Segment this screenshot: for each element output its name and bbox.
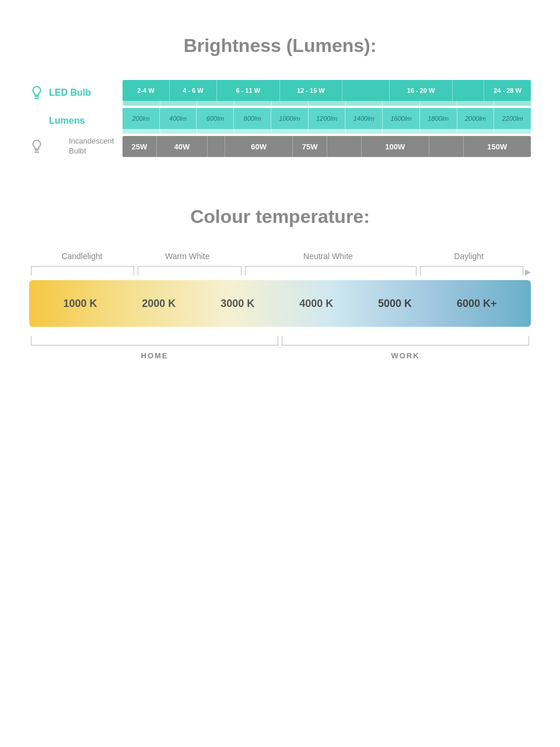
lumens-row: Lumens 200lm 400lm 600lm 800lm 1000lm 12… (29, 108, 531, 134)
lumen-1400: 1400lm (345, 108, 382, 129)
brightness-title: Brightness (Lumens): (29, 35, 531, 57)
watt-seg-2: 4 - 6 W (169, 80, 216, 101)
led-label-container: LED Bulb (29, 85, 123, 100)
kelvin-6000: 6000 K+ (457, 298, 497, 310)
inc-empty1 (207, 136, 225, 157)
color-temp-title: Colour temperature: (29, 206, 531, 228)
watt-seg-4: 12 - 15 W (279, 80, 342, 101)
color-temp-section: Colour temperature: Candlelight Warm Whi… (29, 206, 531, 361)
lumen-1800: 1800lm (419, 108, 457, 129)
kelvin-labels: 1000 K 2000 K 3000 K 4000 K 5000 K 6000 … (29, 298, 531, 310)
kelvin-4000: 4000 K (299, 298, 333, 310)
brightness-chart: LED Bulb 2-4 W 4 - 6 W 6 - 11 W 12 - 15 … (29, 80, 531, 159)
incandescent-bulb-icon (29, 139, 44, 154)
watt-seg-5 (342, 80, 389, 101)
inc-empty2 (327, 136, 361, 157)
lumens-label-container: Lumens (29, 116, 123, 126)
led-bar: 2-4 W 4 - 6 W 6 - 11 W 12 - 15 W 16 - 20… (123, 80, 531, 101)
kelvin-1000: 1000 K (63, 298, 97, 310)
label-warm-white: Warm White (135, 251, 240, 261)
label-neutral-white: Neutral White (240, 251, 416, 261)
kelvin-2000: 2000 K (142, 298, 176, 310)
inc-empty3 (429, 136, 463, 157)
incandescent-label-text: IncandescentBulbt (49, 137, 114, 156)
color-temp-gradient-bar: 1000 K 2000 K 3000 K 4000 K 5000 K 6000 … (29, 280, 531, 327)
home-label: HOME (29, 350, 280, 361)
lumen-2000: 2000lm (457, 108, 494, 129)
brightness-section: Brightness (Lumens): LED Bulb 2-4 W 4 - … (29, 35, 531, 159)
incandescent-label-container: IncandescentBulbt (29, 137, 123, 156)
led-bar-area: 2-4 W 4 - 6 W 6 - 11 W 12 - 15 W 16 - 20… (123, 80, 531, 106)
kelvin-3000: 3000 K (220, 298, 254, 310)
lumen-1000: 1000lm (271, 108, 308, 129)
inc-150w: 150W (463, 136, 531, 157)
inc-75w: 75W (292, 136, 327, 157)
home-work-labels-row: HOME WORK (29, 350, 531, 361)
lumen-800: 800lm (233, 108, 271, 129)
label-daylight: Daylight (416, 251, 522, 261)
lumen-1200: 1200lm (308, 108, 345, 129)
top-brackets-row (29, 263, 531, 275)
color-temp-top-labels: Candlelight Warm White Neutral White Day… (29, 251, 531, 261)
lumen-1600: 1600lm (382, 108, 419, 129)
lumen-200: 200lm (123, 108, 159, 129)
incandescent-bar-area: 25W 40W 60W 75W 100W 150W (123, 136, 531, 157)
watt-seg-6: 16 - 20 W (389, 80, 452, 101)
watt-seg-3: 6 - 11 W (216, 80, 279, 101)
label-candlelight: Candlelight (29, 251, 135, 261)
lumens-bar-area: 200lm 400lm 600lm 800lm 1000lm 1200lm 14… (123, 108, 531, 134)
watt-seg-8: 24 - 28 W (484, 80, 531, 101)
inc-100w: 100W (361, 136, 429, 157)
lumen-400: 400lm (159, 108, 197, 129)
bottom-brackets-row (29, 336, 531, 348)
incandescent-bar: 25W 40W 60W 75W 100W 150W (123, 136, 531, 157)
inc-40w: 40W (156, 136, 208, 157)
led-bulb-icon (29, 85, 44, 100)
temp-arrow (525, 270, 531, 275)
kelvin-5000: 5000 K (378, 298, 412, 310)
lumen-2200: 2200lm (494, 108, 531, 129)
led-row: LED Bulb 2-4 W 4 - 6 W 6 - 11 W 12 - 15 … (29, 80, 531, 106)
lumen-600: 600lm (196, 108, 233, 129)
inc-60w: 60W (225, 136, 292, 157)
inc-25w: 25W (123, 136, 156, 157)
incandescent-row: IncandescentBulbt 25W 40W 60W 75W 100W 1… (29, 136, 531, 157)
watt-seg-7 (452, 80, 484, 101)
watt-seg-1: 2-4 W (123, 80, 169, 101)
work-label: WORK (280, 350, 531, 361)
led-label-text: LED Bulb (49, 88, 91, 98)
lumens-label-text: Lumens (29, 116, 85, 126)
